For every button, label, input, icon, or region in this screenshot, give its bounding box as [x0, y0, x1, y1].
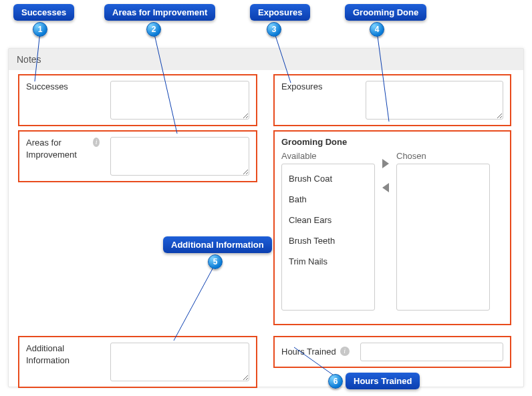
list-item[interactable]: Trim Nails — [285, 251, 372, 272]
info-icon[interactable]: i — [340, 347, 350, 356]
callout-successes: Successes — [13, 4, 74, 21]
areas-input[interactable] — [110, 137, 249, 176]
hours-input[interactable] — [360, 343, 503, 361]
successes-label: Successes — [26, 81, 100, 93]
chosen-list[interactable] — [396, 164, 490, 311]
grooming-group: Grooming Done Available Brush CoatBathCl… — [273, 130, 511, 325]
hours-group: Hours Trained i — [273, 336, 511, 368]
grooming-title: Grooming Done — [281, 137, 503, 147]
callout-num-1: 1 — [33, 22, 47, 37]
exposures-input[interactable] — [366, 81, 503, 120]
callout-num-3: 3 — [267, 22, 281, 37]
areas-label-text: Areas for Improvement — [26, 137, 89, 161]
list-item[interactable]: Brush Coat — [285, 168, 372, 189]
successes-input[interactable] — [110, 81, 249, 120]
list-item[interactable]: Brush Teeth — [285, 230, 372, 251]
callout-num-4: 4 — [370, 22, 384, 37]
additional-group: Additional Information — [18, 336, 257, 388]
callout-exposures: Exposures — [250, 4, 310, 21]
callout-areas: Areas for Improvement — [104, 4, 215, 21]
hours-label-text: Hours Trained — [281, 346, 336, 358]
notes-card: Notes Successes Exposures Areas for Impr… — [8, 48, 524, 387]
card-content: Successes Exposures Areas for Improvemen… — [9, 70, 523, 385]
areas-label: Areas for Improvement i — [26, 137, 100, 161]
chosen-label: Chosen — [396, 151, 490, 161]
additional-label: Additional Information — [26, 343, 100, 367]
available-list[interactable]: Brush CoatBathClean EarsBrush TeethTrim … — [281, 164, 375, 311]
move-right-icon[interactable] — [382, 159, 389, 168]
list-item[interactable]: Bath — [285, 189, 372, 210]
additional-input[interactable] — [110, 343, 249, 381]
move-left-icon[interactable] — [382, 183, 389, 192]
available-label: Available — [281, 151, 375, 161]
callout-num-2: 2 — [146, 22, 161, 37]
mover-buttons — [379, 151, 392, 192]
callout-num-6: 6 — [328, 374, 343, 389]
list-item[interactable]: Clean Ears — [285, 210, 372, 230]
info-icon[interactable]: i — [93, 138, 100, 147]
callout-num-5: 5 — [208, 254, 223, 269]
exposures-group: Exposures — [273, 74, 511, 126]
callout-hours: Hours Trained — [346, 373, 420, 389]
callout-additional: Additional Information — [163, 236, 272, 253]
successes-group: Successes — [18, 74, 257, 126]
callout-grooming: Grooming Done — [345, 4, 426, 21]
hours-label: Hours Trained i — [281, 346, 350, 358]
exposures-label: Exposures — [281, 81, 355, 93]
card-title: Notes — [9, 49, 523, 70]
areas-group: Areas for Improvement i — [18, 130, 257, 182]
